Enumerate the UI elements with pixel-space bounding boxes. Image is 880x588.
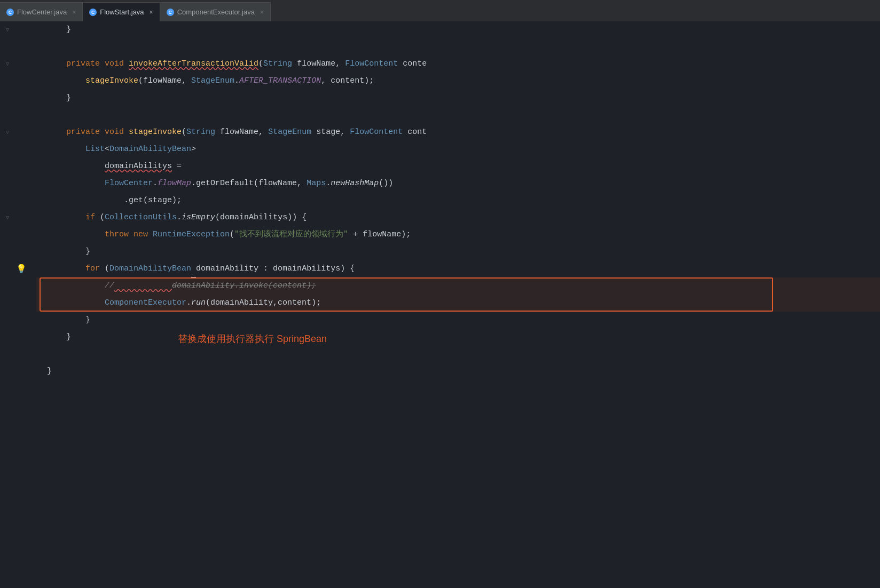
code-line-4: stageInvoke (flowName, StageEnum . AFTER… xyxy=(36,73,880,90)
fn-run-17: run xyxy=(191,295,206,312)
indent-13 xyxy=(47,226,105,243)
tab-icon-flowstart: C xyxy=(89,9,97,16)
tab-flowcenter[interactable]: C FlowCenter.java × xyxy=(0,2,83,21)
code-line-8: List < DomainAbilityBean > xyxy=(36,141,880,158)
token-brace: } xyxy=(47,21,71,38)
comment-spaces-16 xyxy=(114,277,172,295)
kw-new-13: new xyxy=(133,226,153,243)
type-String-7: String xyxy=(186,124,220,141)
gutter-line-17 xyxy=(0,295,36,312)
code-line-18: } xyxy=(36,312,880,329)
fn-newHashMap-10: newHashMap xyxy=(331,175,379,192)
fn-stageInvoke-7: stageInvoke xyxy=(129,124,182,141)
code-line-12: if ( CollectionUtils . isEmpty (domainAb… xyxy=(36,209,880,226)
tab-icon-flowcenter: C xyxy=(6,9,14,16)
gutter-line-21 xyxy=(0,363,36,380)
type-RuntimeException-13: RuntimeException xyxy=(153,226,230,243)
tab-label-componentexecutor: ComponentExecutor.java xyxy=(177,8,255,16)
var-domainAbilitys-9: domainAbilitys xyxy=(105,158,172,175)
type-Maps-10: Maps xyxy=(307,175,326,192)
code-line-15: for ( DomainAbilityBean domainAbility : … xyxy=(36,260,880,277)
gutter-line-7: ▽ xyxy=(0,124,36,141)
kw-void-7: void xyxy=(105,124,129,141)
tab-label-flowcenter: FlowCenter.java xyxy=(17,8,67,16)
fold-icon-12[interactable]: ▽ xyxy=(4,214,11,221)
brace-5: } xyxy=(47,90,71,107)
gutter-line-12: ▽ xyxy=(0,209,36,226)
kw-private-3: private xyxy=(47,55,105,73)
gutter-line-6 xyxy=(0,107,36,124)
close-tab-flowstart[interactable]: × xyxy=(150,9,153,16)
gutter-line-16 xyxy=(0,277,36,295)
indent-19 xyxy=(47,329,66,346)
code-line-16: // domainAbility.invoke(content); xyxy=(36,277,880,295)
paren-7: ( xyxy=(182,124,186,141)
param-flowName-7: flowName, xyxy=(220,124,268,141)
fn-stageInvoke-4: stageInvoke xyxy=(85,73,138,90)
code-line-20 xyxy=(36,346,880,363)
gutter-line-5 xyxy=(0,90,36,107)
param-flowName-3: flowName, xyxy=(297,55,345,73)
indent-11 xyxy=(47,192,124,209)
gutter: ▽ ▽ ▽ xyxy=(0,21,36,588)
gutter-line-19 xyxy=(0,329,36,346)
indent-16 xyxy=(47,277,105,295)
annotation-wrapper: // domainAbility.invoke(content); Compon… xyxy=(36,277,880,312)
tab-flowstart[interactable]: C FlowStart.java × xyxy=(83,2,160,21)
bulb-icon[interactable]: 💡 xyxy=(16,264,27,274)
type-FlowContent-7: FlowContent xyxy=(350,124,407,141)
param-cont-7: cont xyxy=(407,124,427,141)
method-10: .getOrDefault(flowName, xyxy=(191,175,307,192)
fold-icon-1[interactable]: ▽ xyxy=(4,27,11,33)
code-line-10: FlowCenter . flowMap .getOrDefault(flowN… xyxy=(36,175,880,192)
type-String-3: String xyxy=(263,55,297,73)
indent-15 xyxy=(47,260,85,277)
gutter-line-4 xyxy=(0,73,36,90)
tab-componentexecutor[interactable]: C ComponentExecutor.java × xyxy=(160,2,271,21)
type-StageEnum-7: StageEnum xyxy=(268,124,316,141)
annotation-text: 替换成使用执行器执行 SpringBean xyxy=(178,327,327,347)
gutter-line-8 xyxy=(0,141,36,158)
fold-icon-3[interactable]: ▽ xyxy=(4,61,11,67)
gutter-line-1: ▽ xyxy=(0,21,36,38)
param-stage-7: stage, xyxy=(316,124,350,141)
indent-12 xyxy=(47,209,85,226)
type-ComponentExecutor-17: ComponentExecutor xyxy=(105,295,186,312)
code-line-19: } 替换成使用执行器执行 SpringBean xyxy=(36,329,880,346)
code-line-17: ComponentExecutor . run (domainAbility,c… xyxy=(36,295,880,312)
params-17: (domainAbility,content); xyxy=(206,295,321,312)
gutter-line-10 xyxy=(0,175,36,192)
token-paren-3: ( xyxy=(258,55,263,73)
close-tab-flowcenter[interactable]: × xyxy=(72,9,76,16)
plus-13: + flowName); xyxy=(348,226,411,243)
tab-bar: C FlowCenter.java × C FlowStart.java × C… xyxy=(0,0,880,21)
brace-18: } xyxy=(85,312,90,329)
type-List-8: List xyxy=(85,141,105,158)
comma-4: , content); xyxy=(321,73,374,90)
code-line-13: throw new RuntimeException ( "找不到该流程对应的领… xyxy=(36,226,880,243)
type-CollectionUtils-12: CollectionUtils xyxy=(105,209,177,226)
fold-icon-7[interactable]: ▽ xyxy=(4,129,11,136)
dot-17: . xyxy=(186,295,191,312)
type-FlowCenter-10: FlowCenter xyxy=(105,175,153,192)
code-line-21: } xyxy=(36,363,880,380)
cursor-15 xyxy=(191,260,196,278)
gutter-line-20 xyxy=(0,346,36,363)
lt-8: < xyxy=(105,141,109,158)
indent-9 xyxy=(47,158,105,175)
kw-for-15: for xyxy=(85,260,105,277)
code-line-1: } xyxy=(36,21,880,38)
code-line-7: private void stageInvoke ( String flowNa… xyxy=(36,124,880,141)
param-12: (domainAbilitys)) { xyxy=(215,209,307,226)
code-content[interactable]: } private void invokeAfterTransactionVal… xyxy=(36,21,880,588)
paren-15: ( xyxy=(105,260,109,277)
type-StageEnum-4: StageEnum xyxy=(191,73,234,90)
gutter-line-9 xyxy=(0,158,36,175)
dot-10: . xyxy=(153,175,158,192)
kw-void-3: void xyxy=(105,55,129,73)
indent-10 xyxy=(47,175,105,192)
indent-4 xyxy=(47,73,85,90)
paren-12: ( xyxy=(100,209,105,226)
str-13: "找不到该流程对应的领域行为" xyxy=(234,226,348,243)
close-tab-componentexecutor[interactable]: × xyxy=(260,9,264,16)
